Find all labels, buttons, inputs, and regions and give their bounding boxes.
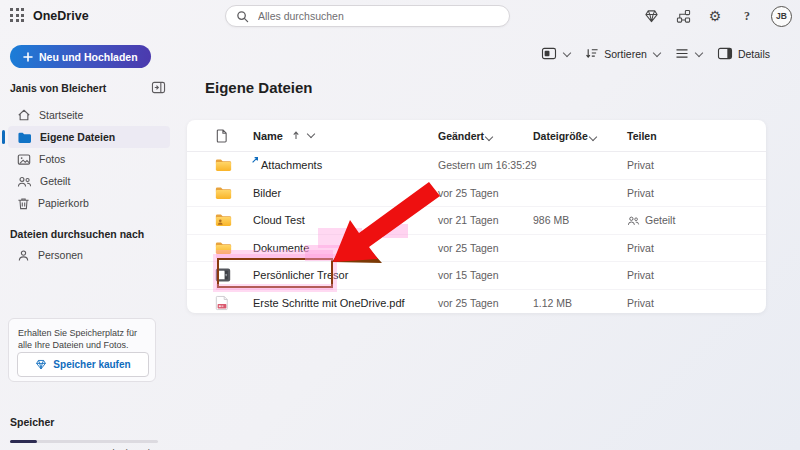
settings-gear-icon[interactable]: ⚙ [707, 8, 723, 24]
column-header-size[interactable]: Dateigröße [533, 130, 596, 142]
list-view-button[interactable] [675, 48, 702, 59]
folder-icon [215, 158, 232, 172]
sort-icon [585, 47, 599, 60]
personal-vault-icon [215, 268, 231, 283]
diamond-icon [35, 359, 47, 370]
sort-button[interactable]: Sortieren [585, 47, 660, 60]
search-input[interactable] [256, 9, 499, 23]
search-icon [236, 10, 249, 23]
top-bar: OneDrive ⚙ ? JB [0, 0, 800, 32]
sidebar-item-shared[interactable]: Geteilt [8, 170, 170, 192]
modified-date: vor 25 Tagen [438, 242, 499, 254]
app-title: OneDrive [33, 9, 89, 23]
file-name[interactable]: Persönlicher Tresor [253, 269, 348, 281]
new-upload-button[interactable]: Neu und Hochladen [10, 45, 151, 68]
folder-icon [17, 131, 32, 144]
user-name: Janis von Bleichert [10, 82, 106, 94]
shared-people-icon [627, 215, 640, 226]
storage-progress-bar [10, 440, 158, 443]
share-status: Privat [627, 269, 654, 281]
view-toggle-button[interactable] [541, 47, 570, 60]
toolbar: Sortieren Details [541, 47, 770, 60]
shared-folder-icon [215, 213, 232, 227]
browse-by-header: Dateien durchsuchen nach [10, 228, 178, 240]
sidebar-item-people[interactable]: Personen [8, 244, 170, 266]
home-icon [17, 108, 31, 122]
modified-date: Gestern um 16:35:29 [438, 159, 537, 171]
folder-icon [215, 241, 232, 255]
people-icon [17, 175, 32, 188]
file-size: 986 MB [533, 214, 569, 226]
photos-icon [17, 153, 31, 166]
column-header-name[interactable]: Name [253, 130, 314, 142]
share-status: Privat [627, 242, 654, 254]
file-list-card: Name Geändert Dateigröße Teilen Attachme… [187, 120, 766, 313]
buy-storage-button[interactable]: Speicher kaufen [17, 352, 149, 377]
collapse-panel-icon[interactable] [151, 81, 166, 94]
details-pane-icon [717, 47, 733, 60]
table-row-bilder[interactable]: Bilder vor 25 Tagen Privat [187, 180, 766, 208]
share-status: Privat [627, 187, 654, 199]
list-view-icon [675, 48, 689, 59]
details-button[interactable]: Details [717, 47, 770, 60]
sidebar-item-my-files[interactable]: Eigene Dateien [8, 126, 170, 148]
modified-date: vor 15 Tagen [438, 269, 499, 281]
modified-date: vor 25 Tagen [438, 297, 499, 309]
file-type-column-icon [215, 128, 228, 143]
file-name: Attachments [261, 159, 322, 171]
storage-upsell-card: Erhalten Sie Speicherplatz für alle Ihre… [8, 318, 156, 382]
trash-icon [17, 197, 30, 210]
selected-indicator [2, 130, 5, 144]
integrations-icon[interactable] [675, 8, 691, 24]
file-name[interactable]: Cloud Test [253, 214, 305, 226]
share-status: Privat [627, 159, 654, 171]
account-avatar[interactable]: JB [771, 6, 792, 27]
table-row-cloud-test[interactable]: Cloud Test vor 21 Tagen 986 MB Geteilt [187, 207, 766, 235]
table-header: Name Geändert Dateigröße Teilen [187, 120, 766, 152]
chevron-down-icon [695, 48, 703, 56]
table-row-pdf[interactable]: Erste Schritte mit OneDrive.pdf vor 25 T… [187, 290, 766, 317]
column-header-modified[interactable]: Geändert [438, 130, 492, 142]
file-name[interactable]: Erste Schritte mit OneDrive.pdf [253, 297, 405, 309]
file-name[interactable]: Bilder [253, 187, 281, 199]
chevron-down-icon [653, 48, 661, 56]
upsell-text: Erhalten Sie Speicherplatz für alle Ihre… [18, 327, 146, 351]
view-toggle-icon [541, 47, 557, 60]
modified-date: vor 25 Tagen [438, 187, 499, 199]
modified-date: vor 21 Tagen [438, 214, 499, 226]
share-status: Geteilt [627, 214, 675, 226]
storage-header: Speicher [10, 416, 54, 428]
table-row-personal-vault[interactable]: Persönlicher Tresor vor 15 Tagen Privat [187, 262, 766, 290]
premium-diamond-icon[interactable] [643, 8, 659, 24]
sidebar-item-recycle-bin[interactable]: Papierkorb [8, 192, 170, 214]
chevron-down-icon [307, 130, 315, 138]
chevron-down-icon [485, 132, 493, 140]
sidebar: Neu und Hochladen Janis von Bleichert St… [0, 32, 178, 450]
storage-progress-fill [10, 440, 37, 443]
chevron-down-icon [589, 132, 597, 140]
search-bar[interactable] [225, 5, 510, 27]
file-name[interactable]: Dokumente [253, 242, 309, 254]
page-title: Eigene Dateien [205, 79, 313, 96]
sidebar-item-photos[interactable]: Fotos [8, 148, 170, 170]
help-icon[interactable]: ? [739, 8, 755, 24]
app-launcher-icon[interactable] [10, 8, 26, 24]
table-row-dokumente[interactable]: Dokumente vor 25 Tagen Privat [187, 235, 766, 263]
pdf-file-icon [215, 295, 229, 311]
share-status: Privat [627, 297, 654, 309]
file-size: 1.12 MB [533, 297, 572, 309]
plus-icon [23, 52, 33, 62]
column-header-share[interactable]: Teilen [627, 130, 657, 142]
table-row-attachments[interactable]: Attachments Gestern um 16:35:29 Privat [187, 152, 766, 180]
sort-ascending-icon [292, 131, 300, 140]
person-icon [17, 249, 30, 262]
folder-icon [215, 186, 232, 200]
chevron-down-icon [563, 48, 571, 56]
sidebar-item-home[interactable]: Startseite [8, 104, 170, 126]
shortcut-badge-icon [251, 156, 259, 164]
